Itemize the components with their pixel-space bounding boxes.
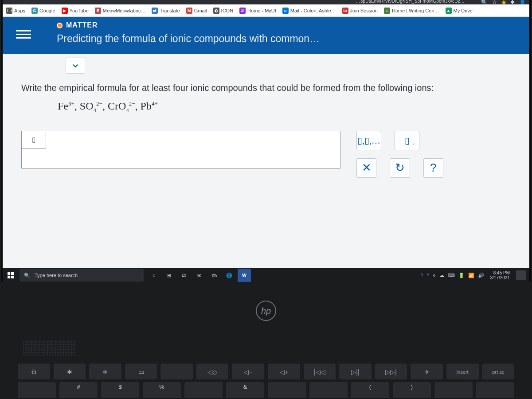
key-insert[interactable]: insert (446, 364, 479, 380)
key-num[interactable] (476, 382, 514, 399)
action-center-icon[interactable] (516, 270, 526, 280)
key-num[interactable] (18, 382, 56, 399)
session-icon: to (342, 8, 348, 14)
answer-input[interactable]: ▯ (21, 131, 340, 169)
key-f11[interactable]: ▷▷| (375, 364, 407, 380)
clear-button[interactable]: ✕ (356, 158, 376, 178)
expand-button[interactable] (66, 58, 85, 74)
speaker-grille (23, 340, 76, 356)
bookmark-label: Home - MyUI (247, 8, 276, 13)
subscript-small-glyph: ▫ (413, 141, 415, 147)
hp-logo-icon: hp (256, 301, 276, 321)
bookmarks-bar: ⋮⋮ Apps GGoogle ▶YouTube EMeowMeowfabric… (3, 4, 529, 17)
taskbar-clock[interactable]: 8:45 PM 3/17/2021 (490, 270, 510, 280)
key-num[interactable] (434, 382, 473, 399)
edge-icon[interactable]: 🌐 (223, 269, 236, 282)
key-num[interactable] (309, 382, 348, 399)
bookmark-google[interactable]: GGoogle (31, 8, 55, 14)
mail-icon[interactable]: ✉ (192, 269, 206, 282)
format-list-button[interactable]: ▯,▯,… (356, 131, 381, 150)
content-panel: Write the empirical formula for at least… (21, 58, 522, 273)
bookmark-mydrive[interactable]: ▲My Drive (446, 8, 473, 14)
site-icon: E (95, 8, 101, 14)
key-f10[interactable]: ▷|| (339, 364, 372, 380)
help-button[interactable]: ? (423, 158, 443, 178)
tray-help-icon[interactable]: ? (420, 273, 423, 278)
keyboard-fn-row: ⏻ ✱ ✲ ▭ ◁◇ ◁− ◁+ |◁◁ ▷|| ▷▷| ✈ insert pr… (18, 364, 514, 380)
tray-bluetooth-icon[interactable]: ⋄ (433, 273, 436, 278)
key-f12[interactable]: ✈ (411, 364, 443, 380)
laptop-frame: …3pUsEmvRrVl9DIOgKSH_S3FmoMGp6mJxvcUz… 🔍… (0, 0, 532, 399)
tray-battery-icon[interactable]: 🔋 (458, 273, 465, 278)
key-f7[interactable]: ◁− (232, 364, 264, 380)
key-num[interactable]: # (59, 382, 98, 399)
tray-keyboard-icon[interactable]: ⌨ (448, 273, 455, 278)
bookmark-meowmeow[interactable]: EMeowMeowfabric… (95, 8, 146, 14)
bookmark-myui[interactable]: UIHome - MyUI (239, 8, 276, 14)
key-f8[interactable]: ◁+ (268, 364, 300, 380)
browser-omnibar: …3pUsEmvRrVl9DIOgKSH_S3FmoMGp6mJxvcUz… 🔍… (3, 0, 529, 4)
subscript-button[interactable]: ▯ ▫ (395, 131, 419, 150)
lesson-title: Predicting the formula of ionic compound… (57, 33, 320, 45)
windows-taskbar: 🔍 Type here to search ○ ⊞ 🗂 ✉ 🛍 🌐 W ? ^ … (3, 268, 529, 283)
question-prompt: Write the empirical formula for at least… (21, 82, 522, 94)
word-icon[interactable]: W (238, 269, 251, 282)
system-tray: ? ^ ⋄ ☁ ⌨ 🔋 📶 🔊 8:45 PM 3/17/2021 (420, 270, 529, 280)
outlook-icon: o (282, 8, 289, 14)
google-icon: G (31, 8, 38, 14)
key-num[interactable]: $ (101, 382, 139, 399)
taskview-icon[interactable]: ⊞ (162, 269, 176, 282)
key-f6[interactable]: ◁◇ (196, 364, 229, 380)
key-num[interactable] (184, 382, 223, 399)
youtube-icon: ▶ (62, 8, 68, 14)
key-num[interactable]: & (226, 382, 264, 399)
key-f9[interactable]: |◁◁ (304, 364, 336, 380)
key-power[interactable]: ⏻ (18, 364, 50, 380)
bookmark-translate[interactable]: ⇄Translate (152, 8, 180, 14)
key-f4[interactable]: ▭ (125, 364, 157, 380)
search-icon: 🔍 (24, 273, 30, 278)
key-f5[interactable] (160, 364, 193, 380)
tray-volume-icon[interactable]: 🔊 (478, 273, 484, 278)
answer-row: ▯ ▯,▯,… ▯ ▫ ✕ ↻ ? (21, 131, 522, 186)
undo-button[interactable]: ↻ (390, 158, 410, 178)
bookmark-youtube[interactable]: ▶YouTube (62, 8, 89, 14)
start-button[interactable] (3, 268, 19, 283)
tray-chevron-icon[interactable]: ^ (426, 273, 429, 278)
key-num[interactable] (268, 382, 306, 399)
bookmark-joinsession[interactable]: toJoin Session (342, 8, 378, 14)
bookmark-label: ICON (221, 8, 234, 13)
cortana-icon[interactable]: ○ (147, 269, 160, 282)
store-icon[interactable]: 🛍 (207, 269, 221, 282)
tray-onedrive-icon[interactable]: ☁ (439, 273, 444, 278)
lesson-header: MATTER Predicting the formula of ionic c… (3, 17, 529, 54)
answer-cursor-box[interactable]: ▯ (21, 131, 46, 149)
myui-icon: UI (239, 8, 246, 14)
explorer-icon[interactable]: 🗂 (177, 269, 191, 282)
menu-button[interactable] (16, 27, 31, 42)
key-f3[interactable]: ✲ (89, 364, 121, 380)
search-placeholder: Type here to search (35, 273, 78, 278)
taskbar-search[interactable]: 🔍 Type here to search (20, 269, 144, 282)
bookmark-label: Mail - Colon, Ashle… (290, 8, 336, 13)
category-dot-icon (57, 23, 63, 28)
clock-date: 3/17/2021 (490, 275, 510, 280)
bookmark-writingcenter[interactable]: ⌂Home | Writing Cen… (384, 8, 439, 14)
apps-icon: ⋮⋮ (6, 8, 12, 14)
apps-button[interactable]: ⋮⋮ Apps (6, 8, 25, 14)
svg-rect-1 (11, 272, 14, 275)
writing-icon: ⌂ (384, 8, 390, 14)
translate-icon: ⇄ (152, 8, 158, 14)
bookmark-mail[interactable]: oMail - Colon, Ashle… (282, 8, 336, 14)
tray-wifi-icon[interactable]: 📶 (468, 273, 474, 278)
tool-palette: ▯,▯,… ▯ ▫ ✕ ↻ ? (356, 131, 443, 186)
key-num[interactable]: ) (393, 382, 431, 399)
bookmark-gmail[interactable]: MGmail (186, 8, 207, 14)
key-f2[interactable]: ✱ (54, 364, 86, 380)
key-num[interactable]: ( (351, 382, 389, 399)
key-num[interactable]: % (143, 382, 181, 399)
bookmark-label: Google (39, 8, 55, 13)
bookmark-icon[interactable]: ◐ICON (213, 8, 234, 14)
bookmark-label: Join Session (350, 8, 378, 13)
key-prtsc[interactable]: prt sc (482, 364, 515, 380)
